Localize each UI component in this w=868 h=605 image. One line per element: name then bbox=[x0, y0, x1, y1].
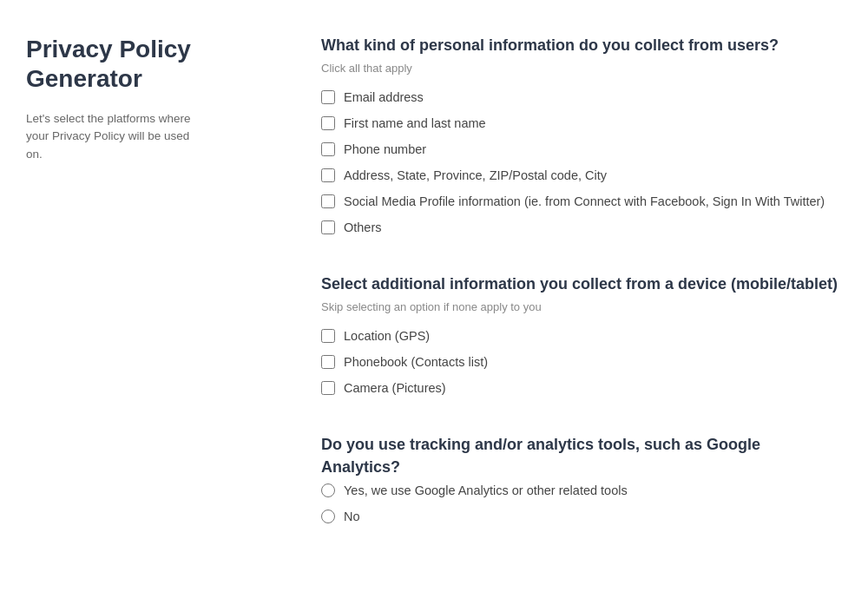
checkbox-address[interactable]: Address, State, Province, ZIP/Postal cod… bbox=[321, 168, 842, 182]
radio-yes-analytics-label: Yes, we use Google Analytics or other re… bbox=[344, 483, 628, 497]
checkbox-others-input[interactable] bbox=[321, 220, 335, 234]
checkbox-address-input[interactable] bbox=[321, 168, 335, 182]
checkbox-phone[interactable]: Phone number bbox=[321, 142, 842, 156]
section-personal-info: What kind of personal information do you… bbox=[321, 35, 842, 234]
checkbox-social-label: Social Media Profile information (ie. fr… bbox=[344, 194, 825, 208]
checkbox-phonebook-input[interactable] bbox=[321, 355, 335, 369]
main-content: What kind of personal information do you… bbox=[217, 35, 842, 570]
radio-yes-analytics[interactable]: Yes, we use Google Analytics or other re… bbox=[321, 483, 842, 497]
checkbox-email-label: Email address bbox=[344, 90, 424, 104]
checkbox-email-input[interactable] bbox=[321, 90, 335, 104]
checkbox-location-label: Location (GPS) bbox=[344, 329, 430, 343]
section-device-info: Select additional information you collec… bbox=[321, 273, 842, 395]
page-container: Privacy Policy Generator Let's select th… bbox=[0, 0, 868, 605]
checkbox-camera-input[interactable] bbox=[321, 381, 335, 395]
checkbox-phonebook-label: Phonebook (Contacts list) bbox=[344, 355, 488, 369]
checkbox-social[interactable]: Social Media Profile information (ie. fr… bbox=[321, 194, 842, 208]
checkbox-phonebook[interactable]: Phonebook (Contacts list) bbox=[321, 355, 842, 369]
checkbox-camera[interactable]: Camera (Pictures) bbox=[321, 381, 842, 395]
checkbox-others[interactable]: Others bbox=[321, 220, 842, 234]
section-analytics: Do you use tracking and/or analytics too… bbox=[321, 434, 842, 523]
radio-no-analytics-label: No bbox=[344, 510, 360, 523]
section3-title: Do you use tracking and/or analytics too… bbox=[321, 434, 842, 477]
checkbox-address-label: Address, State, Province, ZIP/Postal cod… bbox=[344, 168, 607, 182]
checkbox-social-input[interactable] bbox=[321, 194, 335, 208]
radio-no-analytics[interactable]: No bbox=[321, 510, 842, 523]
section1-subtitle: Click all that apply bbox=[321, 62, 842, 75]
radio-yes-analytics-input[interactable] bbox=[321, 483, 335, 497]
section1-title: What kind of personal information do you… bbox=[321, 35, 842, 56]
checkbox-email[interactable]: Email address bbox=[321, 90, 842, 104]
section2-subtitle: Skip selecting an option if none apply t… bbox=[321, 300, 842, 313]
sidebar-subtitle: Let's select the platforms where your Pr… bbox=[26, 110, 191, 163]
section2-title: Select additional information you collec… bbox=[321, 273, 842, 295]
sidebar-title: Privacy Policy Generator bbox=[26, 35, 191, 93]
checkbox-name[interactable]: First name and last name bbox=[321, 116, 842, 130]
checkbox-location-input[interactable] bbox=[321, 329, 335, 343]
checkbox-phone-input[interactable] bbox=[321, 142, 335, 156]
sidebar: Privacy Policy Generator Let's select th… bbox=[26, 35, 217, 570]
checkbox-others-label: Others bbox=[344, 220, 382, 234]
checkbox-location[interactable]: Location (GPS) bbox=[321, 329, 842, 343]
section1-checkbox-group: Email address First name and last name P… bbox=[321, 90, 842, 234]
section2-checkbox-group: Location (GPS) Phonebook (Contacts list)… bbox=[321, 329, 842, 395]
checkbox-camera-label: Camera (Pictures) bbox=[344, 381, 446, 395]
checkbox-phone-label: Phone number bbox=[344, 142, 426, 156]
section3-radio-group: Yes, we use Google Analytics or other re… bbox=[321, 483, 842, 523]
checkbox-name-input[interactable] bbox=[321, 116, 335, 130]
radio-no-analytics-input[interactable] bbox=[321, 510, 335, 523]
checkbox-name-label: First name and last name bbox=[344, 116, 486, 130]
